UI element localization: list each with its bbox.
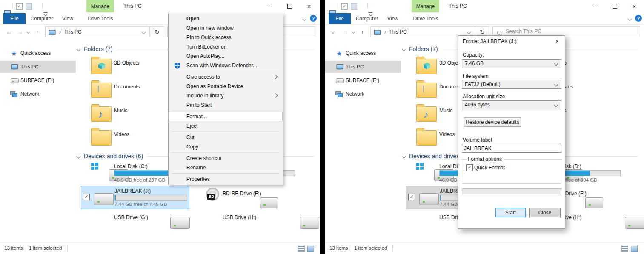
collapse-chevron-icon[interactable] [77,154,81,158]
menu-item-open-new-window[interactable]: Open in new window [169,23,283,33]
tab-drive-tools[interactable]: Drive Tools [83,13,117,24]
tab-computer[interactable]: Computer [27,13,56,24]
collapse-chevron-icon[interactable] [77,47,81,51]
folder-tile-3d-objects[interactable] [416,56,437,74]
drive-icon[interactable] [260,197,278,208]
file-system-select[interactable]: FAT32 (Default) [462,80,561,89]
folder-label[interactable]: Documents [114,84,140,90]
maximize-button[interactable] [605,0,624,12]
menu-item-rename[interactable]: Rename [169,163,283,172]
menu-item-give-access[interactable]: Give access to [169,72,283,82]
thumbnail-view-icon[interactable] [631,246,638,252]
drive-icon[interactable] [585,197,603,208]
close-button[interactable]: × [625,0,644,12]
menu-item-open-portable-device[interactable]: Open as Portable Device [169,82,283,91]
menu-item-eject[interactable]: Eject [169,121,283,131]
recent-locations-icon[interactable] [352,31,355,34]
folder-tile-documents[interactable] [91,80,112,98]
back-icon[interactable]: ← [6,26,12,37]
menu-item-pin-quick-access[interactable]: Pin to Quick access [169,33,283,42]
sidebar-item-network[interactable]: Network [325,88,401,100]
address-dropdown-icon[interactable] [142,30,146,34]
folder-tile-music[interactable]: ♪ [91,104,112,122]
recent-locations-icon[interactable] [27,31,30,34]
allocation-select[interactable]: 4096 bytes [462,100,561,109]
folder-tile-videos[interactable] [416,128,437,146]
help-icon[interactable]: ? [310,15,317,22]
forward-icon[interactable]: → [342,26,348,37]
qat-new-folder-icon[interactable] [26,3,32,10]
tab-drive-tools[interactable]: Drive Tools [409,13,443,24]
menu-item-pin-to-start[interactable]: Pin to Start [169,100,283,110]
refresh-button[interactable]: ↻ [150,26,164,37]
drive-icon[interactable] [300,217,319,229]
close-button[interactable]: × [300,0,318,12]
start-button[interactable]: Start [495,208,526,217]
up-icon[interactable]: ↑ [36,26,39,37]
minimize-button[interactable] [260,0,279,12]
address-dropdown-icon[interactable] [467,30,471,34]
volume-label-input[interactable] [462,144,561,153]
help-icon[interactable]: ? [635,15,642,22]
ribbon-collapse-icon[interactable] [628,17,632,21]
folder-tile-3d-objects[interactable] [91,56,112,74]
sidebar-item-quick-access[interactable]: ★ Quick access [0,47,76,59]
capacity-select[interactable]: 7.46 GB [462,59,561,68]
folder-label[interactable]: Videos [439,131,455,137]
minimize-button[interactable] [586,0,604,12]
qat-properties-icon[interactable]: ✓ [341,3,348,10]
qat-properties-icon[interactable]: ✓ [16,3,23,10]
folder-label[interactable]: Music [439,108,452,114]
drive-label-g[interactable]: USB Drive (G:) [114,214,148,220]
manage-contextual-tab[interactable]: Manage [412,0,439,12]
menu-item-include-in-library[interactable]: Include in library [169,91,283,100]
folder-label[interactable]: Videos [114,131,129,137]
qat-new-folder-icon[interactable] [351,3,357,10]
checkbox-checked-icon[interactable]: ✓ [83,194,90,200]
dialog-close-icon[interactable]: × [550,36,565,47]
tab-file[interactable]: File [3,13,26,24]
drive-label-f[interactable]: BD-RE Drive (F:) [223,191,261,197]
drive-label-c[interactable]: Local Disk (C:) [114,163,148,169]
folder-tile-documents[interactable] [416,80,437,98]
menu-item-open[interactable]: Open [169,14,283,23]
tab-view[interactable]: View [382,13,404,24]
restore-defaults-button[interactable]: Restore device defaults [464,117,521,127]
drive-tile-jailbreak-selected[interactable]: ✓ JAILBREAK (J:) 7.44 GB free of 7.45 GB [81,186,189,209]
address-bar[interactable]: This PC [45,26,150,37]
details-view-icon[interactable] [298,246,305,252]
sidebar-item-surface[interactable]: SURFACE (E:) [325,74,401,86]
quick-format-checkbox[interactable]: ✓ [466,164,473,171]
search-input[interactable] [505,28,613,35]
sidebar-item-network[interactable]: Network [0,88,76,100]
sidebar-item-this-pc[interactable]: This PC [325,61,401,73]
tab-computer[interactable]: Computer [352,13,381,24]
drive-label-h[interactable]: USB Drive (H:) [223,214,256,220]
maximize-button[interactable] [280,0,299,12]
menu-item-scan-defender[interactable]: Scan with Windows Defender... [169,61,283,70]
folder-tile-music[interactable]: ♪ [416,104,437,122]
menu-item-turn-bitlocker-on[interactable]: Turn BitLocker on [169,42,283,51]
thumbnail-view-icon[interactable] [307,246,314,252]
tab-file[interactable]: File [329,13,351,24]
details-view-icon[interactable] [621,246,628,252]
sidebar-item-quick-access[interactable]: ★ Quick access [325,47,401,59]
menu-item-create-shortcut[interactable]: Create shortcut [169,154,283,163]
drive-icon[interactable] [170,217,190,229]
sidebar-item-this-pc[interactable]: This PC [0,61,76,73]
menu-item-open-autoplay[interactable]: Open AutoPlay... [169,51,283,61]
ribbon-collapse-icon[interactable] [303,17,307,21]
breadcrumb[interactable]: This PC [389,27,407,37]
folder-label[interactable]: 3D Objects [114,60,139,66]
dialog-close-button[interactable]: Close [529,208,561,217]
collapse-chevron-icon[interactable] [402,47,406,51]
menu-item-copy[interactable]: Copy [169,142,283,151]
back-icon[interactable]: ← [331,26,337,37]
manage-contextual-tab[interactable]: Manage [86,0,114,12]
breadcrumb[interactable]: This PC [63,27,82,37]
tab-view[interactable]: View [57,13,78,24]
collapse-chevron-icon[interactable] [402,154,406,158]
drive-icon[interactable] [625,217,644,229]
checkbox-checked-icon[interactable]: ✓ [408,194,415,200]
menu-item-cut[interactable]: Cut [169,133,283,142]
